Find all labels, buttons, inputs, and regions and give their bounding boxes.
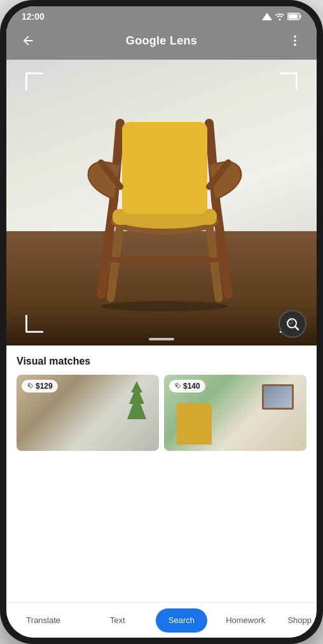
tab-shopping[interactable]: Shopp [282, 603, 317, 638]
svg-marker-0 [262, 13, 272, 20]
price-2: $140 [183, 382, 200, 391]
svg-point-4 [294, 36, 296, 38]
match-card-2[interactable]: $140 [164, 375, 306, 451]
tab-homework[interactable]: Homework [209, 603, 282, 638]
wifi-icon [275, 13, 285, 20]
svg-rect-16 [122, 122, 207, 214]
status-time: 12:00 [22, 11, 45, 22]
chair-thumbnail [177, 403, 212, 445]
price-tag-icon-1 [27, 383, 34, 390]
back-button[interactable] [17, 29, 39, 52]
bottom-tab-bar: Translate Text Search Homework Shopp [6, 602, 317, 638]
frame-inner [264, 386, 292, 408]
svg-point-23 [289, 320, 292, 324]
drag-handle [149, 338, 174, 340]
more-options-button[interactable] [284, 29, 306, 52]
matches-grid: $129 [17, 375, 306, 451]
tab-text-label: Text [110, 615, 125, 625]
price-1: $129 [36, 382, 53, 391]
chair-image [6, 60, 317, 345]
status-icons [262, 13, 301, 20]
app-bar: Google Lens [6, 25, 317, 60]
title-normal: Google [126, 34, 170, 47]
signal-icon [262, 13, 272, 20]
tab-search[interactable]: Search [156, 608, 207, 633]
svg-point-24 [29, 385, 29, 386]
price-tag-icon-2 [174, 383, 181, 390]
svg-point-25 [176, 385, 177, 386]
match-card-1[interactable]: $129 [17, 375, 159, 451]
app-title: Google Lens [126, 34, 197, 48]
svg-point-5 [294, 39, 296, 42]
status-bar: 12:00 [6, 6, 317, 25]
price-badge-2: $140 [169, 380, 205, 392]
phone-device: 12:00 [0, 0, 323, 644]
frame-art [262, 384, 294, 410]
tab-text[interactable]: Text [80, 603, 154, 638]
svg-point-20 [101, 301, 228, 311]
camera-bottom-bar [6, 318, 317, 345]
camera-viewfinder [6, 60, 317, 345]
svg-line-22 [296, 327, 299, 330]
title-bold: Lens [170, 34, 197, 47]
tab-translate[interactable]: Translate [6, 603, 80, 638]
lens-search-button[interactable] [278, 310, 306, 338]
chair-illustration [53, 72, 270, 314]
content-area: Visual matches $129 [6, 345, 317, 602]
svg-rect-2 [300, 15, 301, 18]
price-badge-1: $129 [22, 380, 58, 392]
svg-rect-3 [289, 15, 298, 19]
tab-translate-label: Translate [26, 615, 60, 625]
tab-homework-label: Homework [226, 615, 265, 625]
visual-matches-title: Visual matches [17, 356, 306, 367]
battery-icon [287, 13, 301, 20]
tab-shopping-label: Shopp [287, 615, 312, 625]
phone-screen: 12:00 [6, 6, 317, 638]
visual-matches-section: Visual matches $129 [6, 345, 317, 456]
svg-point-6 [294, 44, 296, 46]
tab-search-label: Search [168, 615, 195, 625]
